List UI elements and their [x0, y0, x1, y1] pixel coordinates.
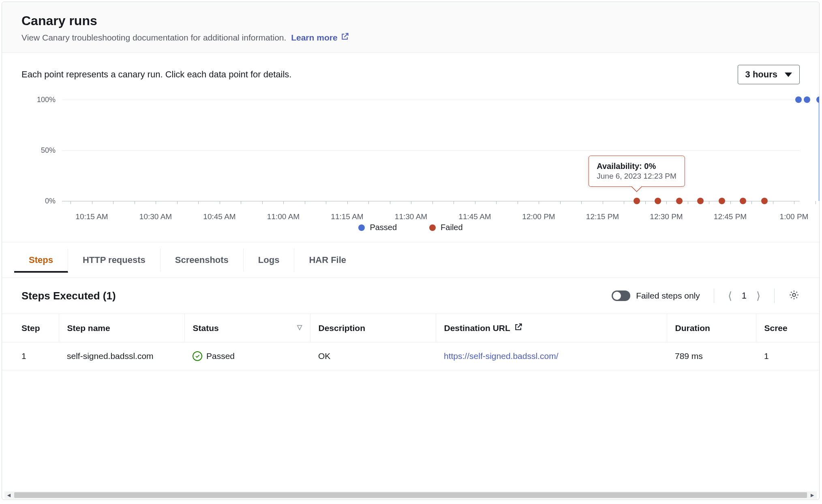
subtitle-text: View Canary troubleshooting documentatio…: [21, 33, 286, 42]
tooltip-title: Availability: 0%: [597, 162, 676, 171]
scroll-left-icon: ◄: [6, 492, 12, 498]
data-point-passed[interactable]: [804, 96, 810, 103]
x-minor-tick: [198, 201, 199, 204]
x-minor-tick: [262, 201, 263, 204]
status-text: Passed: [206, 351, 235, 361]
table-row[interactable]: 1self-signed.badssl.comPassedOKhttps://s…: [2, 342, 819, 370]
x-minor-tick: [283, 201, 284, 204]
data-point-passed[interactable]: [816, 96, 820, 103]
col-step-name[interactable]: Step name: [59, 314, 184, 342]
canary-runs-panel: Canary runs View Canary troubleshooting …: [2, 2, 820, 500]
chevron-down-icon: [785, 73, 792, 77]
x-minor-tick: [432, 201, 433, 204]
data-point-failed[interactable]: [719, 198, 725, 204]
scroll-right-icon: ►: [809, 492, 815, 498]
x-minor-tick: [773, 201, 773, 204]
x-minor-tick: [539, 201, 539, 204]
page-next-button[interactable]: ⟩: [756, 290, 760, 302]
x-minor-tick: [135, 201, 135, 204]
table-settings-button[interactable]: [788, 289, 800, 303]
cell-screenshots: 1: [756, 342, 819, 370]
detail-tabs: StepsHTTP requestsScreenshotsLogsHAR Fil…: [2, 242, 819, 278]
col-screenshots[interactable]: Scree: [756, 314, 819, 342]
x-minor-tick: [326, 201, 326, 204]
x-minor-tick: [518, 201, 518, 204]
tab-steps[interactable]: Steps: [14, 249, 68, 273]
table-header: Step Step name Status ▽ Description Dest…: [2, 314, 819, 342]
data-point-failed[interactable]: [697, 198, 704, 204]
data-point-failed[interactable]: [655, 198, 661, 204]
x-minor-tick: [816, 201, 816, 204]
tab-http-requests[interactable]: HTTP requests: [68, 248, 161, 272]
page-prev-button[interactable]: ⟨: [728, 290, 732, 302]
col-duration[interactable]: Duration: [667, 314, 756, 342]
x-minor-tick: [624, 201, 624, 204]
x-minor-tick: [496, 201, 497, 204]
separator: [774, 288, 775, 303]
time-range-select[interactable]: 3 hours: [738, 65, 800, 84]
x-tick-label: 12:30 PM: [650, 212, 683, 221]
legend-passed: Passed: [358, 223, 397, 232]
x-minor-tick: [581, 201, 582, 204]
x-minor-tick: [645, 201, 646, 204]
tab-logs[interactable]: Logs: [244, 248, 295, 272]
chart-hint: Each point represents a canary run. Clic…: [21, 69, 291, 80]
external-link-icon: [341, 32, 349, 43]
steps-title: Steps Executed (1): [21, 290, 116, 302]
cell-description: OK: [310, 342, 436, 370]
cell-status: Passed: [184, 342, 310, 370]
gridline: [62, 100, 800, 100]
tab-screenshots[interactable]: Screenshots: [161, 248, 244, 272]
x-tick-label: 11:30 AM: [395, 212, 427, 221]
data-point-failed[interactable]: [676, 198, 683, 204]
legend-dot-passed-icon: [358, 224, 365, 231]
x-minor-tick: [241, 201, 241, 204]
data-point-failed[interactable]: [634, 198, 640, 204]
x-minor-tick: [71, 201, 71, 204]
col-step[interactable]: Step: [2, 314, 59, 342]
data-point-passed[interactable]: [795, 96, 802, 103]
selection-bar: [819, 100, 820, 201]
panel-header: Canary runs View Canary troubleshooting …: [2, 2, 819, 53]
page-subtitle: View Canary troubleshooting documentatio…: [21, 32, 800, 43]
tab-har-file[interactable]: HAR File: [294, 248, 361, 272]
steps-toolbar: Steps Executed (1) Failed steps only ⟨ 1…: [2, 278, 819, 314]
destination-url-link[interactable]: https://self-signed.badssl.com/: [444, 351, 558, 361]
steps-table-wrap: Step Step name Status ▽ Description Dest…: [2, 314, 819, 370]
x-tick-label: 1:00 PM: [780, 212, 809, 221]
pagination: ⟨ 1 ⟩: [728, 290, 760, 302]
data-point-failed[interactable]: [740, 198, 746, 204]
data-point-failed[interactable]: [761, 198, 768, 204]
x-tick-label: 12:45 PM: [714, 212, 747, 221]
legend-failed-label: Failed: [441, 223, 462, 232]
y-tick-label: 50%: [21, 146, 56, 155]
chart-canvas[interactable]: 100%50%0%10:15 AM10:30 AM10:45 AM11:00 A…: [21, 92, 800, 221]
legend-dot-failed-icon: [429, 224, 436, 231]
chart-topbar: Each point represents a canary run. Clic…: [21, 65, 800, 84]
col-status[interactable]: Status ▽: [184, 314, 310, 342]
x-minor-tick: [475, 201, 475, 204]
legend-passed-label: Passed: [370, 223, 397, 232]
scroll-thumb[interactable]: [14, 492, 807, 498]
x-minor-tick: [411, 201, 411, 204]
status-passed-icon: [193, 351, 202, 361]
chart-section: Each point represents a canary run. Clic…: [2, 53, 819, 242]
legend-failed: Failed: [429, 223, 462, 232]
time-range-value: 3 hours: [745, 69, 777, 80]
failed-only-toggle[interactable]: [612, 290, 630, 301]
x-tick-label: 10:15 AM: [75, 212, 108, 221]
x-minor-tick: [347, 201, 348, 204]
chart-tooltip: Availability: 0%June 6, 2023 12:23 PM: [588, 156, 685, 187]
col-destination-url[interactable]: Destination URL: [436, 314, 667, 342]
gridline: [62, 150, 800, 151]
learn-more-label: Learn more: [291, 33, 337, 43]
learn-more-link[interactable]: Learn more: [291, 32, 349, 43]
horizontal-scrollbar[interactable]: ◄ ►: [4, 491, 817, 499]
sort-desc-icon: ▽: [297, 323, 302, 331]
x-minor-tick: [220, 201, 220, 204]
steps-table: Step Step name Status ▽ Description Dest…: [2, 314, 819, 370]
x-minor-tick: [113, 201, 113, 204]
cell-step-name: self-signed.badssl.com: [59, 342, 184, 370]
x-minor-tick: [709, 201, 709, 204]
col-description[interactable]: Description: [310, 314, 436, 342]
